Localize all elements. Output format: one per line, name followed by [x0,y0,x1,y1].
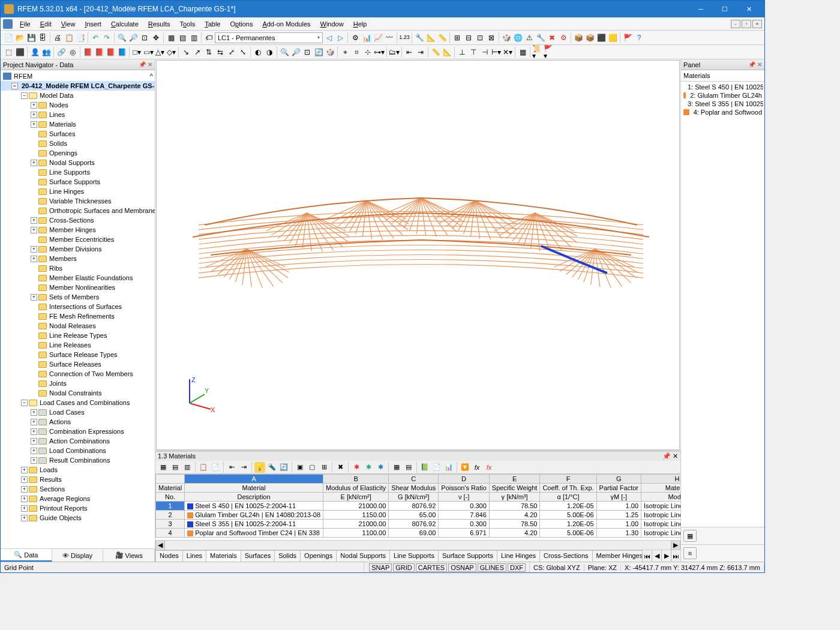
status-toggle-cartes[interactable]: CARTES [416,563,447,572]
calc-icon[interactable]: ⚙ [350,32,361,43]
cs5-icon[interactable]: ✕▾ [502,47,513,58]
ic1[interactable]: ↘ [181,47,191,58]
menu-window[interactable]: Window [316,19,349,29]
tree-item-member-eccentricities[interactable]: Member Eccentricities [1,235,155,244]
globe-icon[interactable]: 🌐 [512,32,523,43]
3d-viewport[interactable]: Z X Y [156,60,680,450]
tree-item-member-hinges[interactable]: +Member Hinges [1,225,155,235]
tree-item-materials[interactable]: +Materials [1,119,155,129]
tbl-b5[interactable]: 📄 [210,462,221,473]
tree-item-nodal-supports[interactable]: +Nodal Supports [1,158,155,167]
grid2-icon[interactable]: ⊟ [463,32,474,43]
tree-item-line-release-types[interactable]: Line Release Types [1,331,155,340]
tbl-b4[interactable]: 📋 [198,462,209,473]
table-row[interactable]: 3Steel S 355 | EN 10025-2:2004-1121000.0… [156,520,681,529]
mdi-minimize[interactable]: - [731,20,740,28]
zoom-all-icon[interactable]: 🔎 [290,47,301,58]
ic5[interactable]: ⤢ [226,47,237,58]
mod4-icon[interactable]: 📘 [116,47,127,58]
tree-root[interactable]: RFEM ^ [1,71,155,81]
tbl-fx[interactable]: fx [472,462,482,473]
mdi-close[interactable]: × [752,20,762,28]
tbl-b3[interactable]: ▥ [182,462,193,473]
nav-tab-display[interactable]: 👁Display [52,549,104,562]
results-icon[interactable]: 📊 [361,32,372,43]
link-icon[interactable]: 🔗 [56,47,67,58]
zoom-sel-icon[interactable]: 🔍 [279,47,290,58]
menu-edit[interactable]: Edit [35,19,56,29]
indent1-icon[interactable]: ⇤ [404,47,415,58]
tbl-excel[interactable]: 📗 [419,462,430,473]
lc-prev-icon[interactable]: ◁ [323,32,334,43]
ic6[interactable]: ⤡ [238,47,248,58]
minimize-button[interactable]: ─ [689,1,713,17]
table-tab-nodal-supports[interactable]: Nodal Supports [336,550,390,562]
menu-tools[interactable]: Tools [175,19,200,29]
tree-item-load-cases[interactable]: +Load Cases [1,407,155,417]
view-2-icon[interactable]: ▤ [177,32,188,43]
panel-pin-icon[interactable]: 📌 ✕ [748,61,762,68]
tree-item-average-regions[interactable]: +Average Regions [1,494,155,503]
status-toggle-grid[interactable]: GRID [393,563,415,572]
tree-item-sets-of-members[interactable]: +Sets of Members [1,292,155,302]
x-icon[interactable]: ✖ [547,32,557,43]
tree-item-printout-reports[interactable]: +Printout Reports [1,503,155,513]
tree-item-line-supports[interactable]: Line Supports [1,167,155,177]
view-3-icon[interactable]: ▥ [188,32,199,43]
table-tab-line-hinges[interactable]: Line Hinges [497,550,540,562]
mod3-icon[interactable]: 📕 [105,47,116,58]
menu-options[interactable]: Options [225,19,257,29]
gear2-icon[interactable]: ⚙ [558,32,569,43]
box3-icon[interactable]: ⬛ [596,32,607,43]
tbl-b15[interactable]: ✱ [351,462,362,473]
rotate-icon[interactable]: 🔄 [313,47,324,58]
ic2[interactable]: ↗ [192,47,203,58]
tabnav-next[interactable]: ▶ [661,550,671,562]
tree-item-member-divisions[interactable]: +Member Divisions [1,244,155,254]
saveall-icon[interactable]: 🗄 [37,32,48,43]
table-icon[interactable]: ▦ [517,47,528,58]
tbl-b11[interactable]: ▣ [295,462,305,473]
tree-item-member-nonlinearities[interactable]: Member Nonlinearities [1,283,155,292]
find-icon[interactable]: 🔍 [116,32,127,43]
dd2-icon[interactable]: ▭▾ [143,47,154,58]
tool-b-icon[interactable]: 📐 [425,32,436,43]
load-case-combo[interactable]: LC1 - Permanentes [215,32,323,43]
tree-item-results[interactable]: +Results [1,475,155,484]
cs2-icon[interactable]: ⊤ [468,47,479,58]
maximize-button[interactable]: ☐ [713,1,737,17]
save-icon[interactable]: 💾 [26,32,37,43]
unit-icon[interactable]: 1.23 [399,32,410,43]
snap2-icon[interactable]: ⌗ [351,47,362,58]
tree-item-connection-of-two-members[interactable]: Connection of Two Members [1,369,155,379]
panel-btn-1[interactable]: ▦ [683,530,697,542]
tree-item-guide-objects[interactable]: +Guide Objects [1,513,155,523]
tree-item-nodal-constraints[interactable]: Nodal Constraints [1,388,155,398]
tree-item-joints[interactable]: Joints [1,379,155,388]
tbl-b13[interactable]: ⊞ [319,462,329,473]
tabnav-last[interactable]: ⏭ [671,550,680,562]
scroll-right-icon[interactable]: ▶ [671,541,680,550]
box4-icon[interactable]: 🟨 [607,32,618,43]
ic4[interactable]: ⇆ [215,47,226,58]
ic7[interactable]: ◐ [253,47,263,58]
app-menu-icon[interactable] [3,19,13,29]
tbl-fx2[interactable]: fx [484,462,494,473]
material-item[interactable]: 1: Steel S 450 | EN 10025 [682,83,763,91]
tbl-chart[interactable]: 📊 [443,462,454,473]
tbl-b16[interactable]: ✱ [363,462,374,473]
menu-help[interactable]: Help [349,19,372,29]
tree-item-result-combinations[interactable]: +Result Combinations [1,455,155,465]
status-toggle-snap[interactable]: SNAP [369,563,392,572]
panel-btn-2[interactable]: ≡ [683,547,697,559]
table-tab-materials[interactable]: Materials [206,550,241,562]
warn-icon[interactable]: ⚠ [524,32,535,43]
tool-c-icon[interactable]: 📏 [437,32,448,43]
tree-item-sections[interactable]: +Sections [1,484,155,494]
select-icon[interactable]: ⬚ [3,47,14,58]
lc-next-icon[interactable]: ▷ [335,32,346,43]
menu-addons[interactable]: Add-on Modules [257,19,315,29]
tbl-b7[interactable]: ⇥ [238,462,249,473]
open-icon[interactable]: 📂 [14,32,25,43]
table-row[interactable]: 2Glulam Timber GL24h | EN 14080:2013-081… [156,511,681,520]
